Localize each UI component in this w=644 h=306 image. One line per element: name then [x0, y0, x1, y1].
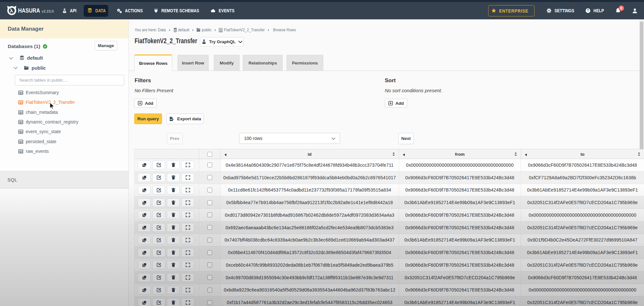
svg-text:?: ?: [587, 8, 589, 12]
